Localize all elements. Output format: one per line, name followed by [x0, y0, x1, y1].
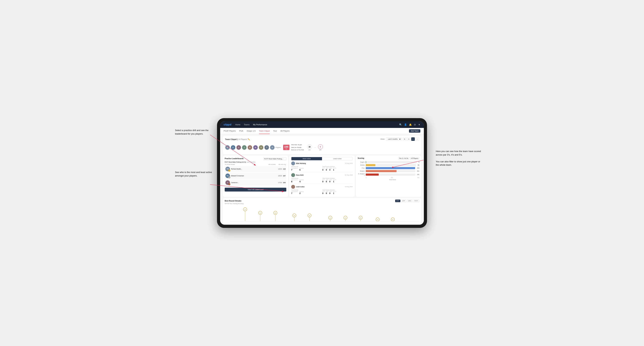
lb-row-2: EC 2 Edward Crossman 18/20 107 [225, 173, 286, 179]
bar-fill-bogeys [366, 170, 396, 172]
activity-card-2: Rees Britt 02 Sep 2023 Total Rounds Tour… [291, 172, 353, 184]
practice-leaderboards-panel: Practice Leaderboards PUTT Must Make Put… [223, 156, 288, 197]
streaks-subtitle: Off The Tee, Fairway Accuracy [225, 203, 419, 204]
scoring-header: Scoring Par 3, 4 & 5s All Players [358, 157, 419, 160]
tablet-frame: clippd Home Teams My Performance 🔍 👤 🔔 ⚙… [217, 118, 427, 228]
bar-track-eagles [366, 161, 417, 163]
streaks-chart: 7x6x6x5x5x4x4x4x3x3x [230, 206, 419, 222]
player-avatar-5[interactable]: B [248, 145, 252, 150]
view-list[interactable]: ≡ [411, 137, 415, 141]
player-avatar-8[interactable]: T [264, 145, 269, 150]
drill-select[interactable]: PUTT Must Make Putting... [264, 158, 286, 160]
activity-date-2: 02 Sep 2023 [345, 174, 353, 176]
subnav-hcaps[interactable]: Hcaps 1-5 [247, 128, 256, 134]
player-avatar-6[interactable]: M [253, 145, 258, 150]
subnav-all-players[interactable]: All Players [280, 128, 290, 134]
tab-most-active[interactable]: Most Active [292, 157, 322, 160]
player-avatar-9[interactable]: A [270, 145, 275, 150]
player-avatar-2[interactable]: E [231, 145, 236, 150]
lb-name-2: Edward Crossman [231, 175, 277, 177]
streaks-tab-ott[interactable]: OTT [395, 199, 400, 202]
bar-row-dbogeys: D. Bogeys + 131 [358, 173, 419, 176]
bar-value-bogeys: 311 [417, 170, 419, 172]
lb-name-1: Richard Butler... [231, 168, 277, 170]
subnav: PGAT Players PGA Hcaps 1-5 Team Clippd T… [220, 128, 424, 134]
nav-performance[interactable]: My Performance [253, 124, 268, 126]
add-team-button[interactable]: Add Team [409, 129, 420, 133]
leaderboard-title: Practice Leaderboards [225, 158, 244, 160]
main-content: Team Clippd | 14 Players ✏️ Show: Last 3… [220, 134, 424, 224]
activity-avatar-3 [291, 185, 295, 189]
lb-score-2: 18/20 [278, 175, 282, 177]
lb-row-1: RB 1 Richard Butler... 19/20 110 [225, 166, 286, 172]
subnav-team-clippd[interactable]: Team Clippd [259, 128, 270, 134]
show-select[interactable]: Last 3 months [386, 138, 402, 141]
bar-chart: Eagles 3 Birdies 96 Pars 499 Bogeys 311 … [358, 161, 419, 176]
streak-label: 4x [360, 217, 362, 219]
bar-value-eagles: 3 [418, 161, 419, 163]
bar-track-birdies [366, 164, 416, 166]
bar-row-pars: Pars 499 [358, 167, 419, 169]
streaks-title: Best Round Streaks [225, 200, 241, 202]
view-icons: ⊞ ⊟ ≡ ↕ [403, 137, 419, 141]
streak-label: 5x [309, 215, 310, 216]
shot-badge-number: 198 [284, 145, 288, 148]
view-sort[interactable]: ↕ [416, 137, 419, 141]
par-filter[interactable]: Par 3, 4 & 5s [398, 157, 409, 160]
profile-icon[interactable]: ▼ [418, 123, 420, 126]
streaks-tab-app[interactable]: APP [401, 199, 406, 202]
activity-name-3: Josh Coles [296, 186, 344, 188]
activity-name-1: Blair McHarg [296, 163, 344, 164]
nav-home[interactable]: Home [235, 124, 240, 126]
player-avatar-7[interactable]: S [259, 145, 264, 150]
search-icon[interactable]: 🔍 [399, 123, 402, 126]
streak-label: 5x [294, 215, 295, 216]
annotation-right: Here you can see how the team have score… [436, 150, 481, 167]
streak-label: 7x [244, 209, 246, 210]
lb-medal-bronze: 3 [228, 183, 230, 185]
team-controls: Show: Last 3 months ⊞ ⊟ ≡ ↕ [380, 137, 419, 141]
players-label: Players [276, 147, 281, 148]
subnav-tour[interactable]: Tour [273, 128, 277, 134]
bar-track-bogeys [366, 170, 415, 172]
bar-row-bogeys: Bogeys 311 [358, 170, 419, 172]
player-avatar-1[interactable]: R [225, 145, 230, 150]
tablet-screen: clippd Home Teams My Performance 🔍 👤 🔔 ⚙… [220, 121, 424, 224]
navbar-links: Home Teams My Performance [235, 124, 396, 126]
player-filter[interactable]: All Players [410, 157, 419, 160]
nav-teams[interactable]: Teams [244, 124, 250, 126]
settings-icon[interactable]: ⚙ [414, 123, 416, 126]
view-grid-2[interactable]: ⊞ [403, 137, 406, 141]
chart-xlabel: Total Shots [358, 179, 419, 180]
bar-label-pars: Pars [358, 167, 365, 169]
player-avatar-4[interactable]: J [242, 145, 247, 150]
shot-yds-right: 0 [318, 144, 323, 149]
player-avatar-3[interactable]: C [236, 145, 241, 150]
lb-name-3: Cameron... [231, 182, 277, 183]
bar-label-eagles: Eagles [358, 161, 365, 163]
annotation-left-top: Select a practice drill and see the lead… [175, 129, 214, 135]
activity-date-3: 26 Aug 2023 [345, 186, 353, 187]
bar-label-birdies: Birdies [358, 164, 365, 166]
activity-avatar-2 [291, 173, 295, 177]
subnav-pgat[interactable]: PGAT Players [224, 128, 236, 134]
view-grid-3[interactable]: ⊟ [407, 137, 410, 141]
three-cols: Practice Leaderboards PUTT Must Make Put… [223, 156, 421, 197]
team-header: Team Clippd | 14 Players ✏️ Show: Last 3… [225, 137, 419, 141]
lb-avatar-2: EC 2 [226, 173, 230, 178]
view-leaderboard-btn[interactable]: View Full Leaderboard [225, 188, 286, 191]
bell-icon[interactable]: 🔔 [409, 123, 412, 126]
person-icon[interactable]: 👤 [404, 123, 407, 126]
team-title: Team Clippd | 14 Players ✏️ [225, 138, 250, 140]
shot-info-card: 198 SQ Shot Dist: 16 yds Start Lie: Roug… [282, 142, 419, 153]
streaks-tab-arg[interactable]: ARG [407, 199, 412, 202]
streaks-tab-putt[interactable]: PUTT [413, 199, 419, 202]
tab-least-active[interactable]: Least Active [322, 157, 352, 160]
lb-medal-silver: 2 [228, 176, 230, 178]
lb-avg-2: 107 [283, 175, 286, 177]
col-score: PB SCORE [268, 164, 276, 165]
bar-track-dbogeys [366, 173, 415, 176]
lb-row-3: C 3 Cameron... 17/20 103 [225, 179, 286, 186]
lb-score-1: 19/20 [278, 168, 282, 170]
subnav-pga[interactable]: PGA [239, 128, 243, 134]
